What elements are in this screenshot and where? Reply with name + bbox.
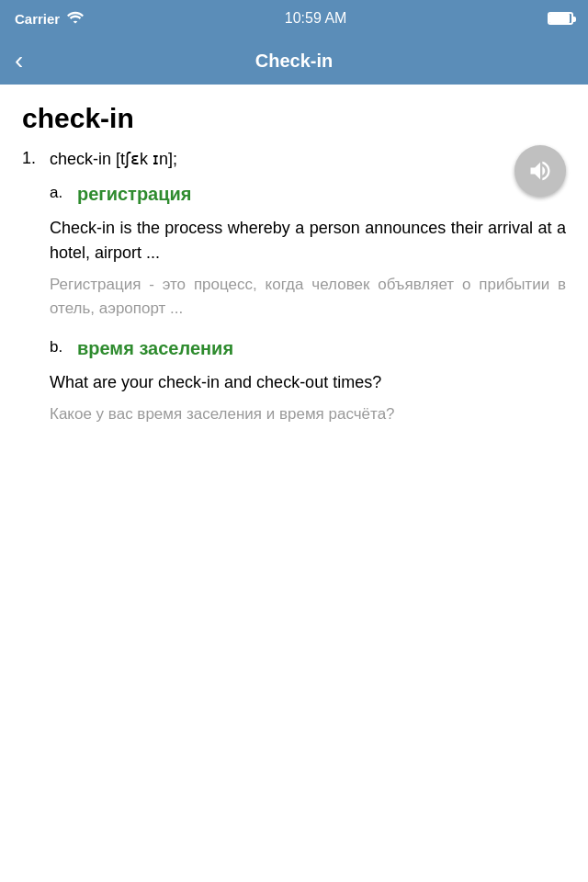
sub-def-b-term: время заселения (77, 338, 233, 359)
battery-indicator (548, 12, 573, 25)
nav-bar: ‹ Check-in (0, 37, 588, 85)
wifi-icon (67, 11, 84, 27)
carrier-wifi: Carrier (15, 11, 84, 27)
sub-def-a-term-row: a. регистрация (50, 184, 566, 205)
phonetic-text: check-in [tʃɛk ɪn]; (50, 149, 177, 169)
audio-button[interactable] (514, 145, 566, 197)
definition-1-header: 1. check-in [tʃɛk ɪn]; (22, 149, 566, 169)
status-time: 10:59 AM (285, 10, 347, 27)
nav-title: Check-in (255, 51, 333, 72)
carrier-label: Carrier (15, 11, 60, 27)
battery-icon (548, 12, 573, 25)
sub-def-a: a. регистрация Check-in is the process w… (50, 184, 566, 320)
speaker-icon (527, 158, 553, 184)
content-area: check-in 1. check-in [tʃɛk ɪn]; a. регис… (0, 85, 588, 463)
sub-def-a-label: a. (50, 184, 77, 202)
sub-def-a-examples: Check-in is the process whereby a person… (50, 216, 566, 320)
status-bar: Carrier 10:59 AM (0, 0, 588, 37)
sub-def-b-term-row: b. время заселения (50, 338, 566, 359)
example-ru-a: Регистрация - это процесс, когда человек… (50, 273, 566, 320)
sub-def-b: b. время заселения What are your check-i… (50, 338, 566, 426)
example-en-a: Check-in is the process whereby a person… (50, 216, 566, 266)
example-ru-b: Какое у вас время заселения и время расч… (50, 402, 566, 426)
sub-def-b-examples: What are your check-in and check-out tim… (50, 370, 566, 426)
sub-def-b-label: b. (50, 338, 77, 356)
back-button[interactable]: ‹ (15, 46, 32, 75)
sub-def-a-term: регистрация (77, 184, 191, 205)
def-number-1: 1. (22, 149, 50, 168)
word-title: check-in (22, 103, 566, 134)
example-en-b: What are your check-in and check-out tim… (50, 370, 566, 395)
